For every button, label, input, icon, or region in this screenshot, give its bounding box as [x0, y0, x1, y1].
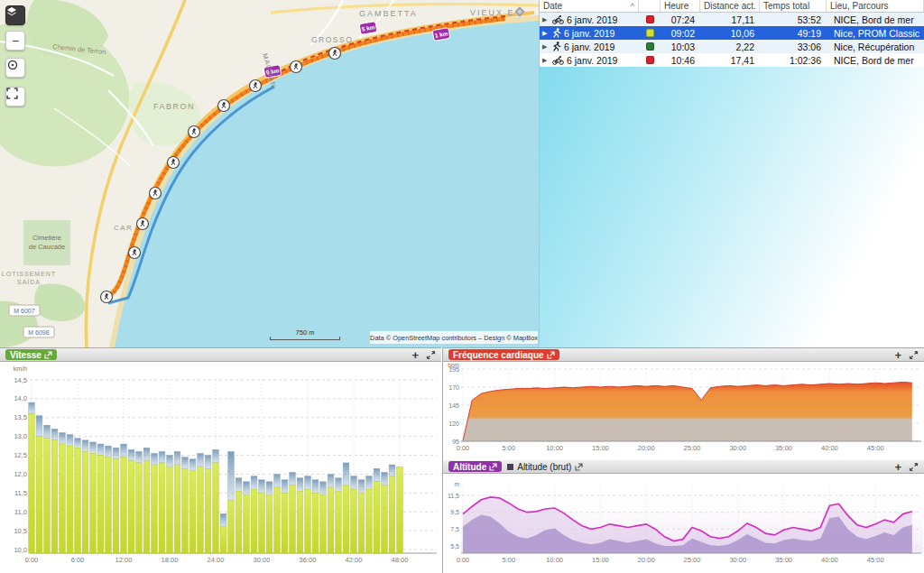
bar-peak: [97, 444, 104, 456]
route-marker[interactable]: [250, 80, 262, 92]
x-tick-label: 25:00: [684, 556, 701, 564]
column-header-lieu[interactable]: Lieu, Parcours: [827, 0, 924, 12]
y-tick-label: 14,0: [14, 394, 27, 402]
cell-distance: 17,11: [700, 14, 760, 25]
bar-avg: [358, 493, 365, 553]
cell-temps: 53:52: [760, 14, 827, 25]
bar-peak: [220, 513, 226, 527]
disclosure-triangle-icon[interactable]: ▶: [542, 43, 550, 51]
route-marker[interactable]: [101, 291, 113, 303]
map-canvas[interactable]: 1 km 5 km 9 km GAMBETTA VIEUX E GROSSO M…: [0, 0, 539, 347]
bar-avg: [121, 457, 127, 553]
y-tick-label: 14,5: [14, 376, 27, 384]
column-header-heure[interactable]: Heure: [661, 0, 700, 12]
bar-avg: [189, 470, 196, 553]
label-cimetiere: Cimetière: [32, 234, 61, 242]
bar-peak: [136, 451, 143, 463]
bar-avg: [282, 493, 288, 553]
bar-avg: [251, 489, 257, 553]
route-marker[interactable]: [168, 157, 180, 169]
column-header-temps[interactable]: Temps total: [760, 0, 827, 12]
altitude-badge[interactable]: Altitude: [448, 461, 502, 472]
disclosure-triangle-icon[interactable]: ▶: [542, 16, 550, 23]
table-row[interactable]: ▶6 janv. 201907:2417,1153:52NICE, Bord d…: [540, 13, 924, 26]
zoom-out-button[interactable]: −: [5, 31, 25, 51]
altitude-brut-legend[interactable]: Altitude (brut): [507, 462, 583, 472]
bar-peak: [213, 449, 219, 463]
route-marker[interactable]: [218, 100, 230, 112]
table-row[interactable]: ▶6 janv. 201909:0210,0649:19Nice, PROM C…: [540, 26, 924, 40]
expand-chart-icon[interactable]: [909, 462, 919, 472]
disclosure-triangle-icon[interactable]: ▶: [542, 57, 550, 64]
bar-avg: [60, 444, 66, 553]
bar-peak: [328, 474, 334, 487]
add-chart-button[interactable]: +: [892, 349, 903, 361]
expand-chart-icon[interactable]: [909, 350, 919, 360]
disclosure-triangle-icon[interactable]: ▶: [542, 30, 550, 37]
vitesse-badge[interactable]: Vitesse: [5, 349, 57, 360]
frequence-badge[interactable]: Fréquence cardiaque: [448, 349, 559, 360]
bar-avg: [159, 463, 165, 553]
cell-date: ▶6 janv. 2019: [540, 42, 639, 52]
locate-button[interactable]: [5, 58, 25, 78]
cell-distance: 2,22: [700, 42, 760, 52]
bar-avg: [312, 493, 319, 553]
altitude-chart[interactable]: 11,59,57,55,5m0:005:0010:0015:0020:0025:…: [443, 474, 924, 573]
route-marker[interactable]: [129, 247, 141, 259]
add-chart-button[interactable]: +: [892, 461, 903, 473]
km-marker-5[interactable]: 5 km: [359, 22, 377, 35]
shield-label: M 6098: [28, 329, 49, 336]
bar-peak: [389, 465, 395, 476]
map-scale: 750 m: [270, 328, 340, 340]
route-marker[interactable]: [137, 218, 149, 230]
bar-avg: [397, 467, 403, 553]
bar-peak: [121, 444, 127, 457]
column-header-date[interactable]: Date ^: [540, 0, 639, 12]
bar-avg: [167, 467, 173, 553]
column-header-color[interactable]: [639, 0, 661, 12]
x-tick-label: 20:00: [638, 556, 655, 564]
route-marker[interactable]: [291, 61, 302, 73]
column-label: Date: [543, 1, 562, 11]
bar-avg: [328, 487, 334, 553]
bar-peak: [44, 425, 51, 439]
km-marker-1[interactable]: 1 km: [432, 28, 450, 42]
frequence-chart[interactable]: 19517014512095bpm0:005:0010:0015:0020:00…: [443, 362, 924, 461]
table-row[interactable]: ▶6 janv. 201910:032,2233:06Nice, Récupér…: [540, 40, 924, 53]
fullscreen-button[interactable]: [5, 87, 25, 106]
bar-avg: [266, 494, 273, 553]
bar-avg: [29, 414, 35, 553]
vitesse-chart[interactable]: 14,514,013,513,012,512,011,511,010,510,0…: [0, 362, 441, 573]
bar-avg: [297, 491, 303, 553]
route-marker[interactable]: [150, 188, 162, 199]
bar-avg: [274, 487, 281, 553]
x-tick-label: 40:00: [821, 444, 838, 452]
y-tick-label: 5,5: [450, 543, 459, 550]
bar-avg: [351, 489, 357, 553]
x-tick-label: 5:00: [502, 444, 515, 452]
cell-heure: 10:46: [661, 55, 700, 66]
bar-peak: [266, 482, 273, 495]
route-marker[interactable]: [329, 48, 341, 60]
bar-peak: [60, 432, 66, 444]
map-style-button[interactable]: [5, 5, 25, 25]
y-tick-label: 10,0: [14, 546, 27, 554]
map[interactable]: 1 km 5 km 9 km GAMBETTA VIEUX E GROSSO M…: [0, 0, 539, 347]
bar-avg: [67, 446, 73, 553]
bar-avg: [228, 501, 235, 553]
column-header-distance[interactable]: Distance act.: [700, 0, 760, 12]
expand-chart-icon[interactable]: [426, 350, 436, 360]
cell-heure: 10:03: [661, 42, 700, 52]
activity-color-swatch: [646, 15, 654, 23]
table-row[interactable]: ▶6 janv. 201910:4617,411:02:36NICE, Bord…: [540, 53, 924, 67]
layers-icon: [6, 6, 17, 17]
y-tick-label: 7,5: [450, 526, 459, 532]
add-chart-button[interactable]: +: [410, 349, 420, 361]
label-car: CAR: [114, 224, 133, 232]
route-marker[interactable]: [189, 126, 200, 138]
fullscreen-icon: [6, 88, 18, 99]
cell-activity-color: [639, 29, 661, 37]
label-lotissement: SAÏDA: [17, 279, 41, 285]
bar-peak: [358, 480, 365, 494]
y-tick-label: 145: [448, 402, 459, 409]
